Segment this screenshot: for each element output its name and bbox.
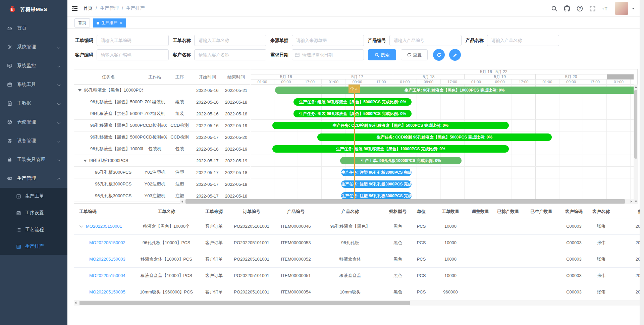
workorder-link[interactable]: MO202205150005 [89, 289, 125, 294]
cell-adjust-qty [468, 218, 492, 234]
sidebar-item-system-tools[interactable]: 系统工具 [0, 75, 67, 94]
sidebar-collapse-icon[interactable] [71, 5, 78, 12]
gantt-chart: 任务名 工作站 工序 开始时间 结束时间 96孔移液盒【黑色】10000PCS … [74, 69, 638, 204]
monitor-icon [7, 63, 12, 68]
search-icon[interactable] [551, 5, 557, 12]
cell-adjust-qty [468, 251, 492, 267]
cell-produced-qty [524, 267, 559, 284]
column-process: 工序 [167, 69, 192, 84]
col-order-qty: 工单数量 [433, 206, 468, 218]
gantt-vertical-scrollbar[interactable] [634, 85, 638, 204]
scrollbar-thumb[interactable] [79, 301, 410, 305]
gantt-bar-task-selected[interactable]: 生产任务: 注塑 96孔孔板3000PCS 完成比例: 0% [341, 192, 412, 200]
demand-date-input[interactable] [292, 49, 364, 60]
reset-button[interactable]: 重置 [401, 49, 428, 60]
task-start: 2022-05-17 [192, 194, 222, 199]
gantt-bar-task[interactable]: 生产任务: 组装 96孔移液盒【黑色】5000PCS 完成比例: 0% [293, 98, 412, 106]
expand-row-icon[interactable] [79, 224, 83, 227]
scroll-down-icon[interactable] [635, 201, 637, 202]
search-icon [375, 53, 379, 57]
cell-order-no: PO202205101001 [226, 251, 277, 267]
gantt-day-header: 5月 16 5月 17 5月 18 5月 19 5月 20 5月 21 [251, 74, 634, 79]
product-code-input[interactable] [389, 35, 462, 46]
sidebar-item-fixture-mgmt[interactable]: 工装夹具管理 [0, 150, 67, 169]
gantt-bar-task-selected[interactable]: 生产任务: 注塑 96孔孔板3000PCS 完成比例: 0% [341, 180, 412, 188]
gantt-bar-order[interactable]: 生产工单: 96孔移液盒【黑色】10000PCS 完成比例: 0% [275, 87, 634, 94]
workorder-code-input[interactable] [97, 35, 169, 46]
gantt-grid-row[interactable]: 96孔移液盒【黑色】5000PCS CCD检测#02 CCD检测 2022-05… [74, 131, 250, 143]
sidebar-item-equipment-mgmt[interactable]: 设备管理 [0, 131, 67, 150]
tab-production-scheduling[interactable]: 生产排产 [93, 18, 126, 28]
sidebar-item-system-mgmt[interactable]: 系统管理 [0, 38, 67, 56]
cell-order-qty: 10000 [433, 267, 468, 284]
user-avatar[interactable] [615, 2, 628, 15]
gantt-bar-task[interactable]: 生产任务: 组装 96孔移液盒【黑色】5000PCS 完成比例: 0% [293, 110, 412, 117]
gantt-bar-task-selected[interactable]: 生产任务: 注塑 96孔孔板3000PCS 完成比例: 0% [341, 169, 412, 176]
col-spec: 规格型号 [386, 206, 410, 218]
user-menu-caret-icon[interactable] [632, 8, 635, 9]
workorder-link[interactable]: MO202205150001 [86, 224, 122, 229]
github-icon[interactable] [564, 5, 570, 12]
table-horizontal-scrollbar[interactable] [74, 300, 644, 306]
edit-schedule-button[interactable] [449, 49, 461, 61]
gantt-grid-row[interactable]: 96孔移液盒【黑色】10000PCS 包装机 包装 2022-05-16 202… [74, 143, 250, 155]
gantt-grid-row[interactable]: 96孔移液盒【黑色】5000PCS Z01组装机 组装 2022-05-16 2… [74, 96, 250, 108]
sidebar-item-process-settings[interactable]: 工序设置 [0, 205, 67, 221]
gantt-grid-row[interactable]: 96孔移液盒【黑色】5000PCS Z02组装机 组装 2022-05-16 2… [74, 108, 250, 120]
scroll-left-icon[interactable] [181, 200, 183, 203]
help-icon[interactable]: ? [577, 5, 583, 12]
sidebar-item-label: 工艺流程 [25, 227, 44, 233]
scroll-left-icon[interactable] [75, 302, 76, 304]
refresh-gantt-button[interactable] [433, 49, 445, 61]
customer-name-input[interactable] [194, 49, 266, 60]
tab-home[interactable]: 首页 [74, 18, 90, 28]
breadcrumb: 首页 / 生产管理 / 生产排产 [83, 0, 145, 17]
sidebar-item-warehouse-mgmt[interactable]: 仓储管理 [0, 113, 67, 131]
customer-code-input[interactable] [97, 49, 169, 60]
sidebar-item-label: 工装夹具管理 [17, 157, 58, 163]
sidebar-item-process-flow[interactable]: 工艺流程 [0, 221, 67, 238]
page-scrollbar[interactable] [640, 0, 644, 325]
source-doc-input[interactable] [292, 35, 364, 46]
gantt-bar-task[interactable]: 生产任务: 包装 96孔移液盒【黑色】10000PCS 完成比例: 0% [272, 145, 509, 153]
hour-label: 09:00 [488, 79, 512, 85]
gantt-grid-row[interactable]: 96孔孔板3000PCS Y01注塑机 注塑 2022-05-17 2022-0… [74, 167, 250, 178]
collapse-triangle-icon[interactable] [78, 89, 82, 92]
breadcrumb-home[interactable]: 首页 [83, 5, 93, 11]
breadcrumb-production-mgmt[interactable]: 生产管理 [100, 5, 119, 11]
search-button[interactable]: 搜索 [368, 49, 396, 60]
gantt-grid-row[interactable]: 96孔移液盒【黑色】5000PCS CCD检测#01 CCD检测 2022-05… [74, 120, 250, 131]
font-size-icon[interactable]: TT [602, 5, 608, 12]
gantt-bar-order[interactable]: 生产工单: 96孔孔板10000PCS 完成比例: 0% [340, 157, 462, 164]
collapse-triangle-icon[interactable] [84, 160, 87, 162]
sidebar-item-production-mgmt[interactable]: 生产管理 [0, 169, 67, 188]
scroll-right-icon[interactable] [631, 200, 632, 203]
col-adjust-qty: 调整数量 [468, 206, 492, 218]
sidebar-item-master-data[interactable]: 主数据 [0, 94, 67, 113]
fullscreen-icon[interactable] [589, 5, 596, 12]
sidebar-item-home[interactable]: 首页 [0, 19, 67, 38]
filter-row-2: 客户编码 客户名称 需求日期 搜索 重置 [75, 49, 465, 60]
workorder-link[interactable]: MO202205150004 [89, 273, 125, 278]
gantt-horizontal-scrollbar[interactable] [180, 199, 634, 204]
gantt-bar-task[interactable]: 生产任务: CCD检测 96孔移液盒【黑色】5000PCS 完成比例: 0% [272, 122, 509, 129]
gantt-grid-row[interactable]: 96孔移液盒【黑色】10000PCS 2022-05-16 2022-05-21 [74, 85, 250, 96]
workorder-link[interactable]: MO202205150002 [89, 240, 125, 245]
task-end: 2022-05-20 [222, 135, 250, 140]
scrollbar-thumb[interactable] [185, 199, 625, 204]
scroll-up-icon[interactable] [635, 86, 637, 88]
gantt-grid-row[interactable]: 96孔孔板10000PCS 2022-05-17 2022-05-19 [74, 155, 250, 167]
product-name-input[interactable] [487, 35, 559, 46]
sidebar-item-system-monitor[interactable]: 系统监控 [0, 56, 67, 75]
gantt-bar-task[interactable]: 生产任务: CCD检测 96孔移液盒【黑色】5000PCS 完成比例: 0% [317, 133, 552, 141]
app-logo[interactable]: K 苦糖果MES [0, 0, 67, 19]
gantt-row: 生产任务: 注塑 96孔孔板3000PCS 完成比例: 0% [251, 167, 634, 178]
close-icon[interactable] [119, 21, 122, 24]
workorder-name-input[interactable] [194, 35, 266, 46]
workorder-link[interactable]: MO202205150003 [89, 257, 125, 262]
gantt-grid-row[interactable]: 96孔孔板3000PCS Y02注塑机 注塑 2022-05-17 2022-0… [74, 178, 250, 190]
scrollbar-thumb[interactable] [634, 90, 637, 159]
sidebar-item-production-scheduling[interactable]: 生产排产 [0, 238, 67, 255]
sidebar-item-production-workorder[interactable]: 生产工单 [0, 188, 67, 205]
field-source-doc: 来源单据 [270, 35, 364, 46]
